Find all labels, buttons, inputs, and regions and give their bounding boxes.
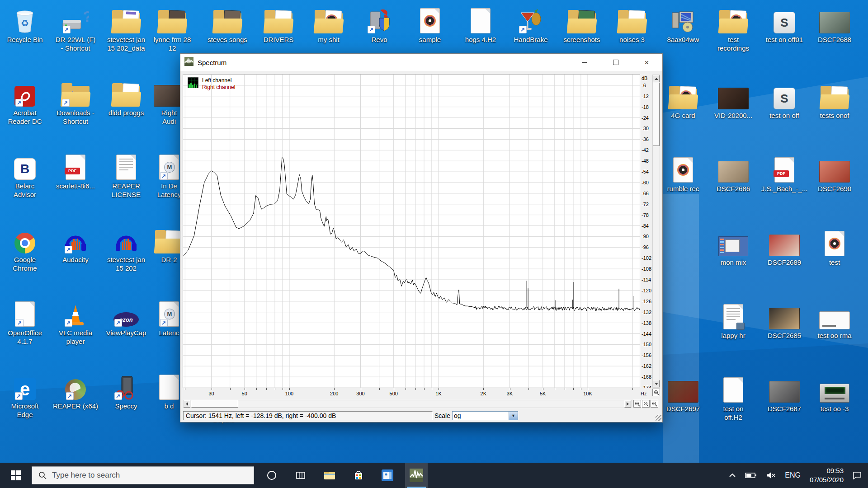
scroll-left-button[interactable] <box>184 400 190 408</box>
desktop-icon-viewplaycap[interactable]: ezonViewPlayCap <box>101 298 151 338</box>
desktop-icon-label: my shit <box>318 36 340 44</box>
photo-thumbnail-icon <box>769 235 800 256</box>
db-tick-label: -84 <box>642 223 649 229</box>
desktop-icon-rumble-rec[interactable]: rumble rec <box>658 154 708 193</box>
desktop-icon-dldd-proggs[interactable]: dldd proggs <box>101 78 151 117</box>
scroll-up-button[interactable] <box>653 75 660 82</box>
desktop-icon-screenshots[interactable]: screenshots <box>557 5 607 44</box>
zoom-reset-button[interactable] <box>651 400 658 408</box>
battery-icon[interactable] <box>745 472 757 479</box>
volume-muted-icon[interactable] <box>766 472 776 479</box>
dropdown-arrow-icon[interactable]: ▼ <box>509 412 518 420</box>
zoom-in-horizontal-button[interactable] <box>633 400 641 408</box>
desktop-icon-test-recordings[interactable]: testrecordings <box>708 5 758 53</box>
desktop-icon-steves-songs[interactable]: steves songs <box>203 5 252 44</box>
photo-thumbnail-icon <box>668 381 698 403</box>
desktop-icon-reaper-x64[interactable]: REAPER (x64) <box>51 371 100 411</box>
scale-dropdown[interactable]: og ▼ <box>452 411 518 420</box>
desktop-icon-4g-card[interactable]: 4G card <box>658 80 708 120</box>
tray-chevron-up-icon[interactable] <box>729 473 736 478</box>
desktop-icon-dscf2688[interactable]: DSCF2688 <box>810 5 859 44</box>
legend: Left channel Right channel <box>188 77 235 91</box>
desktop-icon-j-s-bach[interactable]: PDFJ.S._Bach_-_... <box>760 154 809 193</box>
desktop-icon-hogs-4-h2[interactable]: hogs 4.H2 <box>456 5 505 44</box>
desktop-icon-dscf2687[interactable]: DSCF2687 <box>760 374 809 413</box>
desktop-icon-drivers[interactable]: DRIVERS <box>254 5 303 44</box>
taskbar-cortana-button[interactable] <box>260 463 283 488</box>
desktop-icon-test-on-off-h2[interactable]: test onoff.H2 <box>708 374 758 422</box>
belarc-advisor-icon: B <box>14 158 36 180</box>
desktop-icon-revo[interactable]: Revo <box>354 5 404 44</box>
action-center-icon[interactable] <box>853 471 862 479</box>
desktop-icon-openoffice-4-1-7[interactable]: OpenOffice4.1.7 <box>0 298 50 346</box>
desktop-icon-lappy-hr[interactable]: lappy hr <box>708 300 758 340</box>
desktop-icon-scarlett-8i6[interactable]: PDFscarlett-8i6... <box>51 151 100 191</box>
desktop-icon-mon-mix[interactable]: mon mix <box>708 227 758 267</box>
hifi-photo-icon <box>820 384 849 403</box>
svg-text:♻: ♻ <box>21 18 29 28</box>
desktop-icon-dscf2686[interactable]: DSCF2686 <box>708 154 758 193</box>
desktop-icon-vlc-media-player[interactable]: VLC mediaplayer <box>51 298 100 346</box>
desktop-icon-dr-22wl-f-shortcut[interactable]: ?DR-22WL (F)- Shortcut <box>51 5 100 53</box>
zoom-out-horizontal-button[interactable] <box>642 400 650 408</box>
desktop-icon-test-on-off01[interactable]: Stest on off01 <box>760 5 809 44</box>
horizontal-scroll-thumb[interactable] <box>191 400 238 408</box>
desktop-icon-sample[interactable]: sample <box>405 5 455 44</box>
zoom-in-vertical-button[interactable] <box>652 389 660 396</box>
title-bar[interactable]: Spectrum × <box>180 54 662 71</box>
desktop-icon-test[interactable]: test <box>810 227 859 267</box>
vertical-scroll-thumb[interactable] <box>653 83 660 146</box>
scroll-down-button[interactable] <box>653 380 660 387</box>
desktop-icon-recycle-bin[interactable]: ♻Recycle Bin <box>0 5 50 44</box>
desktop-icon-stevetest-jan-15-202[interactable]: stevetest jan15 202 <box>101 225 151 273</box>
taskbar-file-explorer-button[interactable] <box>318 463 341 488</box>
desktop-icon-test-oo-3[interactable]: test oo -3 <box>810 374 859 413</box>
maximize-button[interactable] <box>600 54 631 71</box>
desktop-icon-label: OpenOffice4.1.7 <box>8 329 42 346</box>
desktop-icon-dscf2685[interactable]: DSCF2685 <box>760 300 809 340</box>
scroll-right-button[interactable] <box>624 400 631 408</box>
desktop-icon-test-oo-rma[interactable]: test oo rma <box>810 300 859 340</box>
desktop-icon-dscf2697[interactable]: DSCF2697 <box>658 374 708 413</box>
desktop-icon-reaper-license[interactable]: REAPERLICENSE <box>101 151 151 199</box>
desktop-icon-belarc-advisor[interactable]: BBelarcAdvisor <box>0 151 50 199</box>
desktop-icon-8aax04ww[interactable]: 8aax04ww <box>658 5 708 44</box>
shortcut-arrow-icon <box>16 319 24 327</box>
desktop-icon-noises-3[interactable]: noises 3 <box>607 5 657 44</box>
desktop-icon-label: ViewPlayCap <box>106 329 146 338</box>
close-button[interactable]: × <box>631 54 662 71</box>
minimize-button[interactable] <box>569 54 600 71</box>
desktop-icon-speccy[interactable]: Speccy <box>101 371 151 411</box>
desktop-icon-microsoft-edge[interactable]: eMicrosoftEdge <box>0 371 50 419</box>
desktop-icon-test-on-off[interactable]: Stest on off <box>760 80 809 120</box>
desktop-icon-lynne-frm-28-12[interactable]: lynne frm 2812 <box>147 5 197 53</box>
document-icon <box>420 8 440 33</box>
desktop-icon-stevetest-jan-15-202-data[interactable]: stevetest jan15 202_data <box>101 5 151 53</box>
search-input[interactable]: Type here to search <box>32 466 254 484</box>
desktop-icon-my-shit[interactable]: my shit <box>304 5 354 44</box>
taskbar-spectrum-app-button[interactable] <box>405 463 428 488</box>
language-indicator[interactable]: ENG <box>785 471 801 479</box>
resize-grip[interactable] <box>656 415 661 421</box>
taskbar-photos-app-button[interactable] <box>376 463 399 488</box>
db-tick-label: -132 <box>642 310 651 315</box>
taskbar-task-view-button[interactable] <box>289 463 312 488</box>
taskbar-store-button[interactable] <box>347 463 370 488</box>
desktop-icon-audacity[interactable]: Audacity <box>51 225 100 264</box>
desktop-icon-vid-20200[interactable]: VID-20200... <box>708 80 758 120</box>
desktop-icon-label: In DeLatency <box>157 182 181 199</box>
horizontal-scrollbar[interactable] <box>183 400 632 408</box>
spectrum-plot[interactable]: Left channel Right channel <box>183 75 640 388</box>
desktop-icon-tests-onof[interactable]: tests onof <box>810 80 859 120</box>
start-button[interactable] <box>0 463 32 488</box>
vertical-scrollbar[interactable] <box>652 75 660 388</box>
desktop-icon-handbrake[interactable]: HandBrake <box>506 5 556 44</box>
desktop-icon-dscf2689[interactable]: DSCF2689 <box>760 227 809 267</box>
document-icon: PDF <box>774 157 794 183</box>
desktop-icon-google-chrome[interactable]: GoogleChrome <box>0 225 50 273</box>
desktop-icon-downloads-shortcut[interactable]: ↓Downloads -Shortcut <box>51 78 100 126</box>
desktop-icon-dscf2690[interactable]: DSCF2690 <box>810 154 859 193</box>
freq-tick-label: 100 <box>285 391 293 396</box>
clock[interactable]: 09:53 07/05/2020 <box>810 466 844 485</box>
desktop-icon-acrobat-reader-dc[interactable]: AcrobatReader DC <box>0 78 50 126</box>
